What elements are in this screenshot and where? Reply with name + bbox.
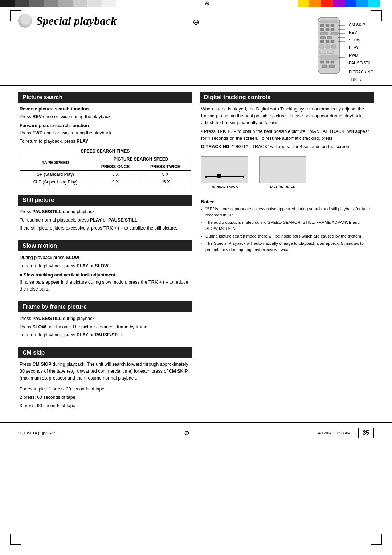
return-text: To return to playback, press PLAY.: [20, 138, 191, 145]
svg-rect-9: [331, 32, 338, 35]
note-item: During picture search mode there will be…: [205, 233, 372, 239]
manual-track-label: MANUAL TRACK: [201, 185, 248, 189]
svg-rect-1: [320, 20, 338, 23]
remote-label-play: PLAY: [349, 46, 374, 50]
page-title: Special playback: [36, 14, 117, 28]
table-col-presstwice: PRESS TWICE: [140, 163, 191, 170]
slow-subheading: ■ Slow tracking and vertical lock adjust…: [20, 272, 191, 279]
svg-rect-8: [320, 32, 328, 35]
note-item: "SP" is more appropriate as less noise a…: [205, 206, 372, 219]
footer-right: 4/17/04, 11:58 AM: [318, 431, 351, 435]
digital-bullet1b: D.TRACKING. "DIGITAL TRACK" will appear …: [201, 143, 372, 150]
svg-rect-5: [320, 28, 324, 31]
left-color-blocks: [0, 0, 116, 7]
svg-rect-10: [320, 36, 326, 39]
bottom-crosshair: ⊕: [184, 429, 189, 437]
reverse-text: Press REV once or twice during the playb…: [20, 113, 191, 120]
page-number-box: 35: [358, 428, 374, 438]
speed-table: TAPE SPEED PICTURE SEARCH SPEED PRESS ON…: [20, 155, 191, 186]
slow-motion-header: Slow motion: [18, 240, 192, 251]
frame-by-frame-body: Press PAUSE/STILL during playback. Press…: [18, 315, 192, 339]
digital-track-label: DIGITAL TRACK: [259, 185, 306, 189]
fbf-text3: To return to playback, press PLAY or PAU…: [20, 332, 191, 339]
table-col-tapespeed: TAPE SPEED: [20, 155, 91, 170]
svg-rect-18: [320, 50, 326, 54]
svg-rect-16: [326, 45, 330, 48]
corner-mark-br: [371, 534, 382, 545]
top-color-bar: ⊕: [0, 0, 392, 7]
right-color-blocks: [298, 0, 392, 7]
remote-label-pause: PAUSE/STILL: [349, 61, 374, 65]
digital-tracking-body: When a tape is played, the Digital Auto …: [200, 106, 374, 253]
still-text1: Press PAUSE/STILL during playback.: [20, 208, 191, 215]
note-item: The audio output is muted during SPEED S…: [205, 219, 372, 232]
svg-rect-13: [326, 40, 329, 43]
remote-label-rev: REV: [349, 31, 374, 35]
picture-search-body: Reverse picture search function Press RE…: [18, 106, 192, 186]
remote-label-fwd: FWD: [349, 53, 374, 57]
header-crosshair: ⊕: [193, 17, 199, 27]
notes-title: Notes:: [201, 199, 372, 204]
table-row: SLP (Super Long Play)9 X15 X: [20, 178, 191, 186]
svg-rect-19: [327, 50, 333, 54]
digital-tracking-header: Digital tracking controls: [200, 92, 374, 103]
slow-text3: If noise bars appear in the picture duri…: [20, 279, 191, 293]
svg-rect-24: [322, 65, 327, 68]
remote-control-image: [313, 16, 345, 78]
still-picture-body: Press PAUSE/STILL during playback. To re…: [18, 208, 192, 232]
cm-skip-header: CM skip: [18, 347, 192, 358]
title-icon: [18, 14, 32, 28]
digital-track-diagram: DIGITAL TRACK: [259, 156, 306, 189]
svg-rect-23: [331, 61, 334, 63]
svg-rect-25: [329, 65, 335, 68]
still-text2: To resume normal playback, press PLAY or…: [20, 217, 191, 224]
fbf-text2: Press SLOW one by one: The picture advan…: [20, 324, 191, 331]
slow-motion-body: During playback press SLOW. To return to…: [18, 254, 192, 293]
svg-rect-14: [331, 40, 334, 43]
svg-rect-17: [331, 45, 336, 48]
svg-rect-15: [320, 45, 324, 48]
digital-bullet1: • Press TRK + / – to obtain the best pos…: [201, 128, 372, 142]
svg-rect-11: [327, 36, 332, 39]
remote-label-trk: TRK +/–: [349, 78, 374, 82]
table-col-searchspeed: PICTURE SEARCH SPEED: [91, 155, 191, 163]
remote-label-slow: SLOW: [349, 38, 374, 42]
notes-list: "SP" is more appropriate as less noise a…: [201, 206, 372, 253]
cm-examples: For example : 1 press: 30 seconds of tap…: [20, 386, 191, 409]
svg-rect-12: [320, 40, 324, 43]
picture-search-header: Picture search: [18, 92, 192, 103]
svg-rect-4: [331, 24, 334, 27]
notes-section: Notes: "SP" is more appropriate as less …: [201, 199, 372, 253]
still-picture-header: Still picture: [18, 195, 192, 206]
slow-text1: During playback press SLOW.: [20, 254, 191, 261]
speed-table-title: SPEED SEARCH TIMES: [20, 149, 191, 154]
corner-mark-bl: [10, 534, 21, 545]
remote-label-dtracking: D.TRACKING: [349, 70, 374, 74]
svg-rect-3: [326, 24, 329, 27]
footer-left: 5Q10501A [E]p33-37: [18, 431, 56, 435]
svg-rect-7: [331, 28, 334, 31]
reverse-heading: Reverse picture search function: [20, 106, 191, 113]
digital-tracking-intro: When a tape is played, the Digital Auto …: [201, 106, 372, 126]
cm-skip-body: Press CM SKIP during playback. The unit …: [18, 361, 192, 409]
table-col-pressonce: PRESS ONCE: [91, 163, 140, 170]
speed-table-wrapper: SPEED SEARCH TIMES TAPE SPEED PICTURE SE…: [20, 149, 191, 186]
slow-text2: To return to playback, press PLAY or SLO…: [20, 263, 191, 270]
tracking-diagrams: – + MANUAL TRACK DIGITAL TRACK: [201, 156, 372, 189]
forward-heading: Forward picture search function: [20, 122, 191, 129]
remote-labels: CM SKIP REV SLOW PLAY FWD PAUSE/STILL D.…: [349, 16, 374, 82]
svg-rect-2: [320, 24, 324, 27]
table-row: SP (Standard Play)3 X5 X: [20, 170, 191, 178]
frame-by-frame-header: Frame by frame picture: [18, 301, 192, 312]
remote-label-cmskip: CM SKIP: [349, 23, 374, 27]
note-item: The Special Playback will automatically …: [205, 240, 372, 253]
cm-text1: Press CM SKIP during playback. The unit …: [20, 361, 191, 381]
manual-track-diagram: – + MANUAL TRACK: [201, 156, 248, 189]
fbf-text1: Press PAUSE/STILL during playback.: [20, 315, 191, 322]
top-bar-center: ⊕: [116, 0, 298, 7]
svg-rect-22: [326, 61, 329, 63]
forward-text: Press FWD once or twice during the playb…: [20, 130, 191, 137]
svg-rect-21: [320, 61, 324, 63]
svg-rect-6: [326, 28, 329, 31]
svg-rect-20: [320, 56, 338, 59]
